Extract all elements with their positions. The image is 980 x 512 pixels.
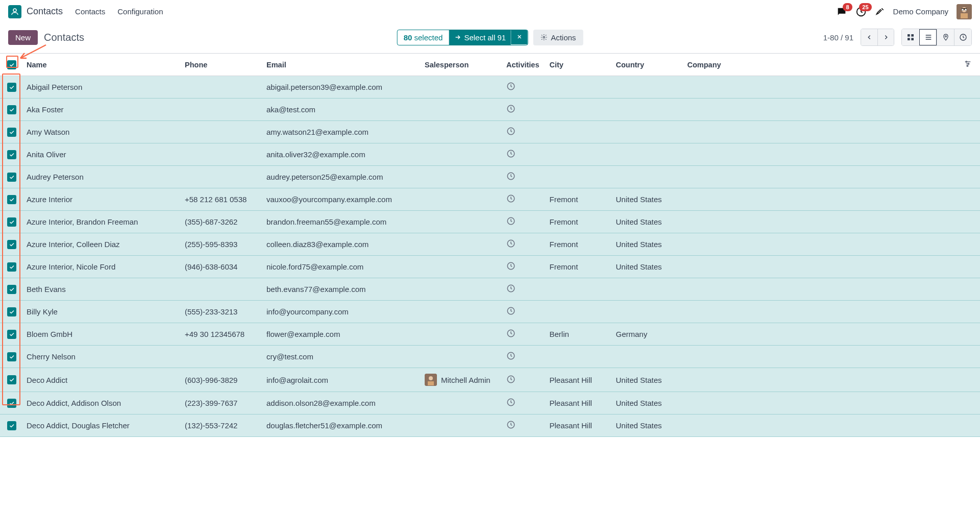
clock-icon[interactable] (506, 82, 516, 91)
table-row[interactable]: Audrey Petersonaudrey.peterson25@example… (0, 166, 980, 188)
cell-name[interactable]: Deco Addict (21, 368, 180, 392)
cell-city[interactable]: Fremont (544, 211, 610, 233)
cell-city[interactable] (544, 76, 610, 99)
cell-name[interactable]: Azure Interior, Nicole Ford (21, 256, 180, 278)
cell-phone[interactable]: (223)-399-7637 (180, 392, 261, 415)
cell-company[interactable] (682, 211, 959, 233)
list-view-button[interactable] (919, 29, 937, 45)
pager-prev-button[interactable] (861, 29, 877, 45)
table-row[interactable]: Aka Fosteraka@test.com (0, 99, 980, 121)
cell-name[interactable]: Beth Evans (21, 278, 180, 301)
cell-city[interactable]: Fremont (544, 188, 610, 211)
cell-phone[interactable]: +58 212 681 0538 (180, 188, 261, 211)
table-row[interactable]: Deco Addict, Douglas Fletcher(132)-553-7… (0, 415, 980, 437)
cell-salesperson[interactable] (420, 188, 501, 211)
clock-icon[interactable] (506, 216, 516, 226)
table-row[interactable]: Bloem GmbH+49 30 12345678flower@example.… (0, 323, 980, 346)
cell-country[interactable]: United States (610, 188, 682, 211)
table-row[interactable]: Billy Kyle(555)-233-3213info@yourcompany… (0, 301, 980, 323)
optional-fields-icon[interactable] (964, 61, 972, 69)
cell-email[interactable]: nicole.ford75@example.com (261, 256, 420, 278)
nav-contacts[interactable]: Contacts (75, 7, 105, 16)
row-checkbox[interactable] (7, 217, 16, 227)
cell-name[interactable]: Cherry Nelson (21, 346, 180, 368)
cell-email[interactable]: cry@test.com (261, 346, 420, 368)
cell-country[interactable]: Germany (610, 323, 682, 346)
row-checkbox[interactable] (7, 285, 16, 294)
cell-salesperson[interactable] (420, 392, 501, 415)
cell-salesperson[interactable] (420, 323, 501, 346)
row-checkbox[interactable] (7, 173, 16, 182)
cell-company[interactable] (682, 99, 959, 121)
cell-activities[interactable] (501, 256, 544, 278)
cell-activities[interactable] (501, 415, 544, 437)
cell-activities[interactable] (501, 188, 544, 211)
cell-name[interactable]: Azure Interior, Colleen Diaz (21, 233, 180, 256)
pager-next-button[interactable] (877, 29, 894, 45)
cell-country[interactable] (610, 278, 682, 301)
activities-icon[interactable]: 25 (855, 6, 867, 17)
cell-company[interactable] (682, 346, 959, 368)
cell-phone[interactable]: (603)-996-3829 (180, 368, 261, 392)
clock-icon[interactable] (506, 194, 516, 203)
col-header-country[interactable]: Country (610, 54, 682, 76)
cell-name[interactable]: Deco Addict, Addison Olson (21, 392, 180, 415)
cell-company[interactable] (682, 278, 959, 301)
col-header-company[interactable]: Company (682, 54, 959, 76)
col-header-phone[interactable]: Phone (180, 54, 261, 76)
cell-phone[interactable]: (132)-553-7242 (180, 415, 261, 437)
cell-email[interactable]: audrey.peterson25@example.com (261, 166, 420, 188)
cell-country[interactable]: United States (610, 392, 682, 415)
cell-phone[interactable] (180, 121, 261, 143)
row-checkbox[interactable] (7, 240, 16, 249)
table-row[interactable]: Abigail Petersonabigail.peterson39@examp… (0, 76, 980, 99)
clock-icon[interactable] (506, 239, 516, 248)
row-checkbox[interactable] (7, 262, 16, 272)
table-row[interactable]: Deco Addict(603)-996-3829info@agrolait.c… (0, 368, 980, 392)
cell-activities[interactable] (501, 233, 544, 256)
cell-company[interactable] (682, 233, 959, 256)
cell-country[interactable] (610, 76, 682, 99)
cell-city[interactable]: Fremont (544, 256, 610, 278)
cell-salesperson[interactable] (420, 278, 501, 301)
clock-icon[interactable] (506, 329, 516, 338)
cell-salesperson[interactable] (420, 143, 501, 166)
col-header-city[interactable]: City (544, 54, 610, 76)
col-header-activities[interactable]: Activities (501, 54, 544, 76)
row-checkbox[interactable] (7, 195, 16, 204)
map-view-button[interactable] (937, 29, 954, 45)
row-checkbox[interactable] (7, 352, 16, 361)
cell-country[interactable]: United States (610, 415, 682, 437)
kanban-view-button[interactable] (902, 29, 919, 45)
select-all-checkbox[interactable] (7, 60, 16, 69)
cell-email[interactable]: info@agrolait.com (261, 368, 420, 392)
col-header-salesperson[interactable]: Salesperson (420, 54, 501, 76)
cell-salesperson[interactable] (420, 233, 501, 256)
cell-city[interactable] (544, 143, 610, 166)
cell-email[interactable]: vauxoo@yourcompany.example.com (261, 188, 420, 211)
cell-city[interactable]: Pleasant Hill (544, 392, 610, 415)
cell-activities[interactable] (501, 323, 544, 346)
nav-configuration[interactable]: Configuration (117, 7, 163, 16)
col-header-name[interactable]: Name (21, 54, 180, 76)
cell-country[interactable]: United States (610, 211, 682, 233)
cell-activities[interactable] (501, 76, 544, 99)
row-checkbox[interactable] (7, 421, 16, 430)
cell-city[interactable]: Fremont (544, 233, 610, 256)
cell-email[interactable]: anita.oliver32@example.com (261, 143, 420, 166)
table-row[interactable]: Amy Watsonamy.watson21@example.com (0, 121, 980, 143)
cell-email[interactable]: info@yourcompany.com (261, 301, 420, 323)
app-icon[interactable] (8, 5, 21, 18)
cell-phone[interactable] (180, 99, 261, 121)
cell-city[interactable] (544, 301, 610, 323)
cell-city[interactable] (544, 346, 610, 368)
cell-salesperson[interactable] (420, 415, 501, 437)
cell-salesperson[interactable] (420, 166, 501, 188)
cell-name[interactable]: Abigail Peterson (21, 76, 180, 99)
cell-salesperson[interactable] (420, 256, 501, 278)
cell-country[interactable] (610, 166, 682, 188)
messages-icon[interactable]: 8 (836, 6, 847, 17)
cell-activities[interactable] (501, 278, 544, 301)
table-row[interactable]: Anita Oliveranita.oliver32@example.com (0, 143, 980, 166)
cell-activities[interactable] (501, 121, 544, 143)
